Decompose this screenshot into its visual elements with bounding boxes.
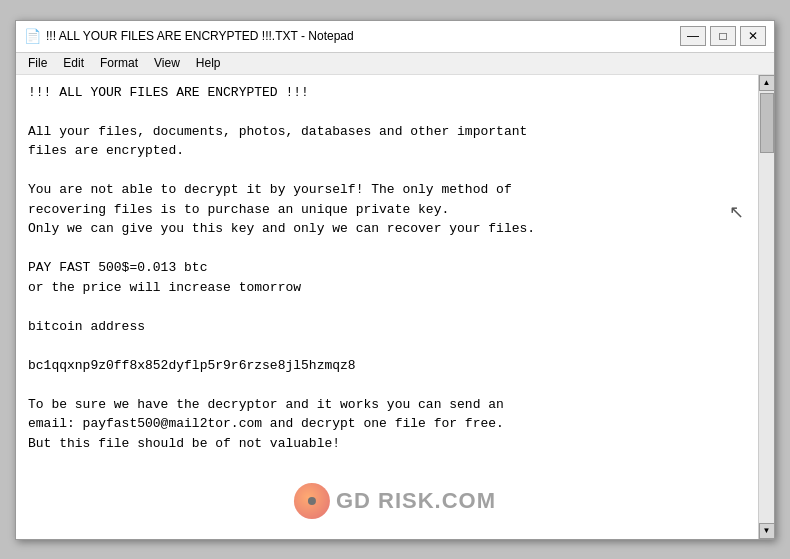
scroll-thumb[interactable] bbox=[760, 93, 774, 153]
title-bar: 📄 !!! ALL YOUR FILES ARE ENCRYPTED !!!.T… bbox=[16, 21, 774, 53]
window-title: !!! ALL YOUR FILES ARE ENCRYPTED !!!.TXT… bbox=[46, 29, 354, 43]
maximize-button[interactable]: □ bbox=[710, 26, 736, 46]
scroll-up-button[interactable]: ▲ bbox=[759, 75, 775, 91]
menu-file[interactable]: File bbox=[20, 55, 55, 72]
content-area: !!! ALL YOUR FILES ARE ENCRYPTED !!! All… bbox=[16, 75, 774, 539]
window-controls: — □ ✕ bbox=[680, 26, 766, 46]
menu-bar: File Edit Format View Help bbox=[16, 53, 774, 75]
text-editor[interactable]: !!! ALL YOUR FILES ARE ENCRYPTED !!! All… bbox=[16, 75, 758, 539]
title-bar-left: 📄 !!! ALL YOUR FILES ARE ENCRYPTED !!!.T… bbox=[24, 28, 354, 44]
notepad-icon: 📄 bbox=[24, 28, 40, 44]
menu-edit[interactable]: Edit bbox=[55, 55, 92, 72]
scroll-down-button[interactable]: ▼ bbox=[759, 523, 775, 539]
close-button[interactable]: ✕ bbox=[740, 26, 766, 46]
menu-help[interactable]: Help bbox=[188, 55, 229, 72]
menu-format[interactable]: Format bbox=[92, 55, 146, 72]
notepad-window: 📄 !!! ALL YOUR FILES ARE ENCRYPTED !!!.T… bbox=[15, 20, 775, 540]
minimize-button[interactable]: — bbox=[680, 26, 706, 46]
menu-view[interactable]: View bbox=[146, 55, 188, 72]
scrollbar[interactable]: ▲ ▼ bbox=[758, 75, 774, 539]
scroll-track[interactable] bbox=[759, 91, 774, 523]
